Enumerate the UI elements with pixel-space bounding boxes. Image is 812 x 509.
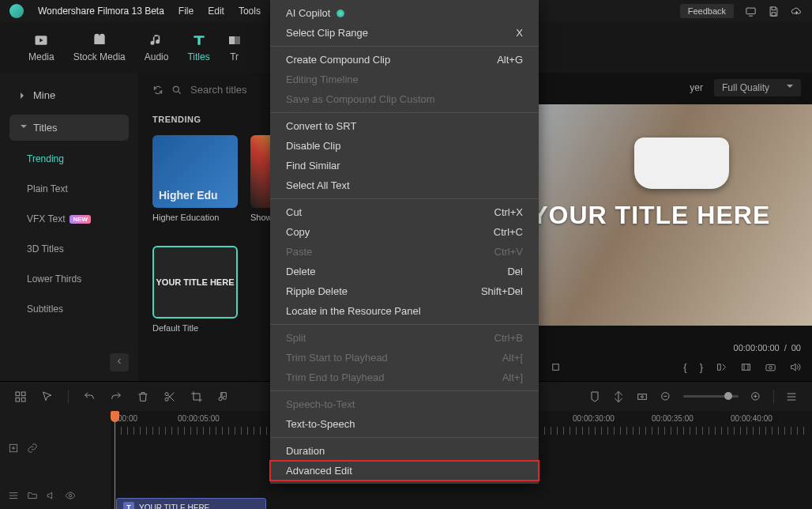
fit-icon[interactable]	[636, 390, 648, 403]
scissors-icon[interactable]	[164, 390, 176, 403]
list-view-icon[interactable]	[785, 390, 798, 403]
sidebar-sub-lower-thirds[interactable]: Lower Thirds	[9, 267, 129, 291]
delete-icon[interactable]	[137, 390, 149, 403]
context-menu-shortcut: Ctrl+B	[494, 332, 523, 344]
snapshot-icon[interactable]	[765, 361, 776, 373]
tab-titles[interactable]: Titles	[187, 32, 209, 62]
svg-rect-3	[235, 36, 240, 44]
tab-audio[interactable]: Audio	[145, 32, 169, 62]
context-menu-shortcut: Alt+]	[502, 371, 523, 383]
context-menu-item: Trim Start to PlayheadAlt+[	[270, 348, 539, 368]
context-menu-label: Save as Compound Clip Custom	[286, 93, 435, 105]
track-folder-icon[interactable]	[27, 490, 38, 501]
refresh-icon[interactable]	[152, 85, 164, 96]
svg-point-13	[165, 392, 168, 395]
brace-close-icon[interactable]: }	[700, 361, 703, 373]
apps-icon[interactable]	[14, 390, 27, 403]
svg-point-8	[769, 366, 773, 369]
crop-icon[interactable]	[740, 361, 752, 373]
volume-icon[interactable]	[789, 361, 801, 373]
context-menu-item: SplitCtrl+B	[270, 328, 539, 348]
svg-point-16	[641, 395, 644, 398]
tab-transitions[interactable]: Tr	[229, 32, 240, 62]
context-menu-item[interactable]: Create Compound ClipAlt+G	[270, 50, 539, 70]
menu-edit[interactable]: Edit	[208, 6, 224, 17]
context-menu-item[interactable]: CutCtrl+X	[270, 202, 539, 222]
context-menu-shortcut: Ctrl+C	[494, 226, 523, 238]
time-current: 00:00:00:00	[734, 343, 780, 353]
zoom-slider[interactable]	[683, 395, 739, 398]
title-clip[interactable]: T YOUR TITLE HERE	[116, 498, 266, 509]
sidebar-sub-vfx-text[interactable]: VFX TextNEW	[9, 207, 129, 231]
context-menu-item[interactable]: Select Clip RangeX	[270, 23, 539, 43]
sidebar-item-titles[interactable]: Titles	[9, 115, 129, 141]
title-thumb-default-title[interactable]: YOUR TITLE HERE Default Title	[152, 246, 238, 333]
auto-ripple-icon[interactable]	[612, 390, 625, 403]
tab-stock-media[interactable]: Stock Media	[73, 32, 126, 62]
context-menu-label: Convert to SRT	[286, 120, 356, 132]
context-menu-item[interactable]: Duration	[270, 441, 539, 461]
context-menu-item[interactable]: Convert to SRT	[270, 116, 539, 136]
playhead[interactable]	[115, 411, 115, 509]
sidebar-sub-subtitles[interactable]: Subtitles	[9, 297, 129, 321]
title-clip-icon: T	[123, 502, 134, 509]
crop-tool-icon[interactable]	[190, 390, 203, 403]
context-menu-item[interactable]: Select All Text	[270, 175, 539, 195]
context-menu-item[interactable]: AI Copilot	[270, 3, 539, 23]
context-menu-label: Locate in the Resource Panel	[286, 305, 421, 317]
context-menu-separator	[270, 390, 539, 391]
save-icon[interactable]	[768, 6, 780, 17]
context-menu-separator	[270, 437, 539, 438]
context-menu-label: Delete	[286, 266, 316, 277]
quality-select[interactable]: Full Quality	[714, 79, 801, 96]
context-menu-item[interactable]: Advanced Edit	[270, 461, 539, 481]
context-menu-item[interactable]: Disable Clip	[270, 136, 539, 156]
sidebar-sub-plain-text[interactable]: Plain Text	[9, 177, 129, 201]
context-menu-item[interactable]: Find Similar	[270, 156, 539, 175]
context-menu-item: Trim End to PlayheadAlt+]	[270, 368, 539, 387]
copilot-icon	[336, 9, 344, 17]
stop-icon[interactable]	[550, 361, 562, 373]
menu-tools[interactable]: Tools	[239, 6, 261, 17]
sidebar-sub-3d-titles[interactable]: 3D Titles	[9, 237, 129, 261]
sidebar-item-mine[interactable]: Mine	[9, 82, 129, 108]
brace-open-icon[interactable]: {	[683, 361, 686, 373]
svg-rect-0	[746, 8, 755, 14]
context-menu-label: Advanced Edit	[286, 465, 352, 477]
cloud-icon[interactable]	[791, 6, 803, 17]
context-menu-item: Editing Timeline	[270, 70, 539, 89]
context-menu-item[interactable]: Text-to-Speech	[270, 414, 539, 434]
music-note-icon[interactable]	[217, 390, 230, 403]
track-visibility-icon[interactable]	[65, 490, 76, 501]
sidebar-sub-trending[interactable]: Trending	[9, 147, 129, 171]
feedback-button[interactable]: Feedback	[680, 4, 734, 18]
title-thumb-higher-education[interactable]: Higher Edu Higher Education	[152, 135, 238, 222]
zoom-in-icon[interactable]	[750, 390, 762, 403]
tab-media[interactable]: Media	[28, 32, 55, 62]
link-icon[interactable]	[27, 443, 38, 454]
clip-label: YOUR TITLE HERE	[139, 503, 209, 510]
svg-rect-10	[21, 392, 25, 396]
context-menu-item[interactable]: CopyCtrl+C	[270, 222, 539, 242]
context-menu-item[interactable]: Ripple DeleteShift+Del	[270, 281, 539, 301]
track-audio-icon[interactable]	[46, 490, 57, 501]
menu-file[interactable]: File	[179, 6, 194, 17]
caret-right-icon	[21, 92, 27, 99]
app-logo-icon	[9, 4, 24, 18]
marker-icon[interactable]	[588, 390, 601, 403]
context-menu-label: Cut	[286, 206, 302, 218]
redo-icon[interactable]	[110, 390, 122, 403]
context-menu-item[interactable]: Locate in the Resource Panel	[270, 301, 539, 321]
sidebar-collapse-button[interactable]	[110, 353, 129, 371]
preview-title-text: YOUR TITLE HERE	[531, 201, 770, 230]
zoom-out-icon[interactable]	[660, 390, 672, 403]
track-menu-icon[interactable]	[8, 490, 19, 501]
display-icon[interactable]	[745, 6, 757, 17]
mark-in-icon[interactable]	[716, 361, 727, 373]
pointer-icon[interactable]	[41, 390, 54, 403]
svg-rect-15	[638, 394, 647, 399]
undo-icon[interactable]	[83, 390, 96, 403]
context-menu-item[interactable]: DeleteDel	[270, 262, 539, 281]
player-tab[interactable]: yer	[690, 82, 703, 93]
add-track-icon[interactable]	[8, 443, 19, 454]
